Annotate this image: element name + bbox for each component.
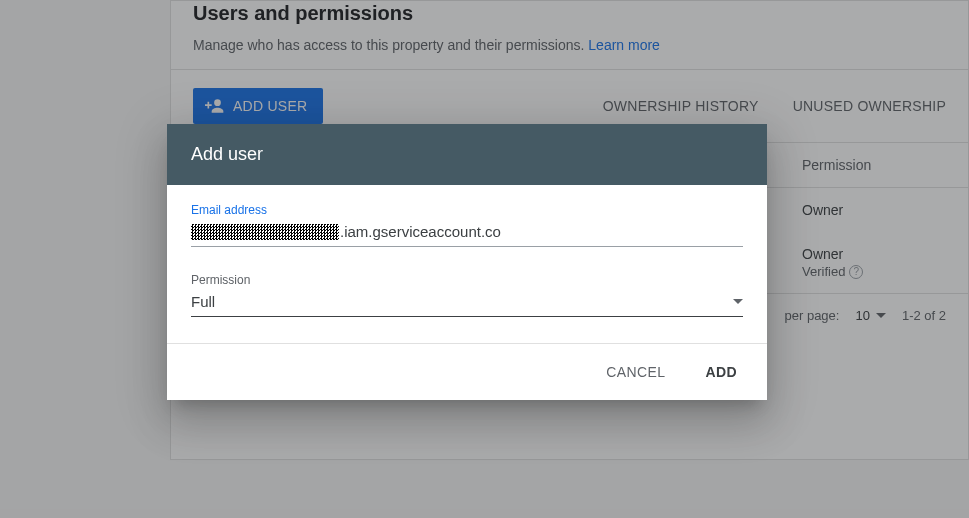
cancel-button[interactable]: CANCEL [596,356,675,388]
dialog-body: Email address .iam.gserviceaccount.co Pe… [167,185,767,317]
email-field[interactable]: .iam.gserviceaccount.co [191,217,743,247]
dialog-actions: CANCEL ADD [167,343,767,400]
permission-select-value: Full [191,293,733,310]
chevron-down-icon [733,299,743,304]
dialog-title: Add user [167,124,767,185]
permission-select[interactable]: Full [191,287,743,317]
add-button[interactable]: ADD [695,356,747,388]
permission-field-group: Permission Full [191,273,743,317]
email-visible-suffix: .iam.gserviceaccount.co [340,223,501,240]
email-redacted-prefix [191,224,339,240]
email-field-group: Email address .iam.gserviceaccount.co [191,203,743,247]
email-field-label: Email address [191,203,743,217]
permission-field-label: Permission [191,273,743,287]
add-user-dialog: Add user Email address .iam.gserviceacco… [167,124,767,400]
